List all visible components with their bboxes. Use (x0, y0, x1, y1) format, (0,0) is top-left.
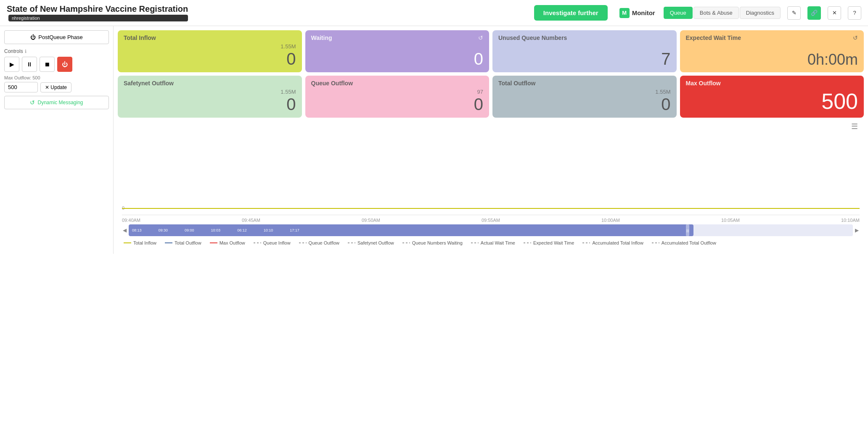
total-inflow-value: 0 (124, 50, 296, 68)
stat-expected-wait: Expected Wait Time ↺ 0h:00m (680, 30, 864, 72)
chart-inflow-line (122, 208, 860, 209)
stat-total-inflow: Total Inflow 1.55M 0 (118, 30, 302, 72)
tab-diagnostics[interactable]: Diagnostics (740, 7, 781, 19)
update-button[interactable]: ✕ Update (40, 82, 71, 92)
scrollbar-labels: 08:13 09:30 09:00 10:03 06:12 10:10 17:1… (129, 228, 303, 232)
dynamic-messaging-button[interactable]: ↺ Dynamic Messaging (4, 96, 109, 109)
expected-wait-value: 0h:00m (686, 51, 858, 68)
chart-menu-icon[interactable]: ☰ (122, 122, 860, 131)
legend-accumulated-outflow: Accumulated Total Outflow (652, 240, 716, 245)
total-outflow-sub: 1.55M (498, 89, 671, 95)
info-icon: ℹ (25, 49, 26, 54)
stat-max-outflow: Max Outflow 500 (680, 76, 864, 118)
help-icon: ? (853, 10, 856, 16)
refresh-icon: ↺ (30, 99, 35, 106)
close-icon-btn[interactable]: ✕ (828, 6, 841, 20)
queue-outflow-value: 0 (311, 95, 484, 113)
tab-queue[interactable]: Queue (664, 7, 693, 19)
legend-total-outflow: Total Outflow (165, 240, 201, 245)
chart-area: ☰ 0 09:40AM 09:45AM 09:50AM 09:55AM 10:0… (118, 122, 864, 250)
scrollbar-thumb[interactable]: 08:13 09:30 09:00 10:03 06:12 10:10 17:1… (129, 224, 693, 236)
link-icon: 🔗 (811, 10, 818, 16)
time-label-0: 09:40AM (122, 218, 140, 223)
header: State of New Hampshire Vaccine Registrat… (0, 0, 868, 26)
refresh-icon-expected: ↺ (853, 34, 858, 41)
time-label-3: 09:55AM (482, 218, 500, 223)
legend-line-acc-inflow (582, 242, 590, 243)
power-off-button[interactable]: ⏻ (57, 57, 72, 72)
scroll-left-arrow[interactable]: ◀ (123, 227, 127, 233)
safetynet-sub: 1.55M (124, 89, 296, 95)
time-axis: 09:40AM 09:45AM 09:50AM 09:55AM 10:00AM … (122, 216, 860, 224)
legend-line-max-outflow (210, 242, 217, 243)
legend-queue-outflow: Queue Outflow (299, 240, 339, 245)
time-label-2: 09:50AM (362, 218, 380, 223)
max-outflow-label: Max Outflow: 500 (4, 75, 109, 80)
legend-line-total-inflow (124, 242, 131, 243)
control-buttons: ▶ ⏸ ⏹ ⏻ (4, 57, 109, 72)
waiting-value: 0 (311, 50, 484, 68)
pause-button[interactable]: ⏸ (22, 57, 37, 72)
legend-line-safetynet (348, 242, 355, 243)
content-area: Total Inflow 1.55M 0 Waiting ↺ 0 Unused … (114, 26, 868, 254)
sidebar: ⏻ PostQueue Phase Controls ℹ ▶ ⏸ ⏹ ⏻ Max… (0, 26, 114, 254)
help-icon-btn[interactable]: ? (848, 6, 861, 20)
legend-actual-wait-time: Actual Wait Time (471, 240, 515, 245)
chart-legend: Total Inflow Total Outflow Max Outflow Q… (122, 236, 860, 250)
page-title: State of New Hampshire Vaccine Registrat… (7, 4, 188, 14)
max-outflow-input[interactable] (4, 82, 38, 92)
legend-line-expected-wait (524, 242, 531, 243)
stat-waiting: Waiting ↺ 0 (305, 30, 490, 72)
edit-icon: ✎ (792, 10, 797, 16)
edit-icon-btn[interactable]: ✎ (787, 6, 801, 20)
play-button[interactable]: ▶ (4, 57, 19, 72)
close-icon: ✕ (832, 10, 837, 16)
scrollbar-track[interactable]: 08:13 09:30 09:00 10:03 06:12 10:10 17:1… (129, 224, 853, 236)
stat-unused-queue: Unused Queue Numbers 7 (492, 30, 677, 72)
legend-queue-numbers-waiting: Queue Numbers Waiting (402, 240, 463, 245)
link-icon-btn[interactable]: 🔗 (807, 6, 821, 20)
queue-outflow-sub: 97 (311, 89, 484, 95)
legend-total-inflow: Total Inflow (124, 240, 156, 245)
scrollbar-handle[interactable]: ||| (686, 224, 689, 236)
scrollbar-container: ◀ 08:13 09:30 09:00 10:03 06:12 10:10 17… (122, 224, 860, 236)
investigate-button[interactable]: Investigate further (534, 5, 608, 21)
time-label-6: 10:10AM (841, 218, 860, 223)
legend-max-outflow: Max Outflow (210, 240, 245, 245)
legend-queue-inflow: Queue Inflow (254, 240, 291, 245)
postqueue-button[interactable]: ⏻ PostQueue Phase (4, 30, 109, 44)
controls-label: Controls ℹ (4, 48, 109, 54)
stat-safetynet-outflow: Safetynet Outflow 1.55M 0 (118, 76, 302, 118)
tab-bots[interactable]: Bots & Abuse (693, 7, 739, 19)
total-outflow-value: 0 (498, 95, 671, 113)
monitor-label: M Monitor (619, 8, 655, 18)
max-outflow-row: ✕ Update (4, 82, 109, 92)
legend-line-actual-wait (471, 242, 479, 243)
total-inflow-sub: 1.55M (124, 43, 296, 50)
chart-canvas: 0 (122, 131, 860, 215)
stats-grid: Total Inflow 1.55M 0 Waiting ↺ 0 Unused … (118, 30, 864, 118)
power-icon: ⏻ (30, 34, 36, 40)
safetynet-value: 0 (124, 95, 296, 113)
legend-safetynet-outflow: Safetynet Outflow (348, 240, 394, 245)
time-label-1: 09:45AM (242, 218, 260, 223)
nav-tabs: Queue Bots & Abuse Diagnostics (664, 7, 781, 19)
scroll-right-arrow[interactable]: ▶ (855, 227, 859, 233)
refresh-icon-waiting: ↺ (478, 34, 483, 41)
legend-line-queue-outflow (299, 242, 307, 243)
monitor-icon: M (619, 8, 630, 18)
legend-line-waiting (402, 242, 410, 243)
max-outflow-value: 500 (686, 90, 858, 113)
legend-expected-wait-time: Expected Wait Time (524, 240, 574, 245)
stat-queue-outflow: Queue Outflow 97 0 (305, 76, 490, 118)
legend-line-queue-inflow (254, 242, 261, 243)
stat-total-outflow: Total Outflow 1.55M 0 (492, 76, 677, 118)
tag-badge: nhregistration (8, 15, 188, 21)
stop-button[interactable]: ⏹ (40, 57, 55, 72)
main-layout: ⏻ PostQueue Phase Controls ℹ ▶ ⏸ ⏹ ⏻ Max… (0, 26, 868, 254)
legend-line-acc-outflow (652, 242, 659, 243)
legend-line-total-outflow (165, 242, 172, 243)
unused-queue-value: 7 (498, 50, 671, 68)
legend-accumulated-inflow: Accumulated Total Inflow (582, 240, 643, 245)
time-label-4: 10:00AM (601, 218, 620, 223)
